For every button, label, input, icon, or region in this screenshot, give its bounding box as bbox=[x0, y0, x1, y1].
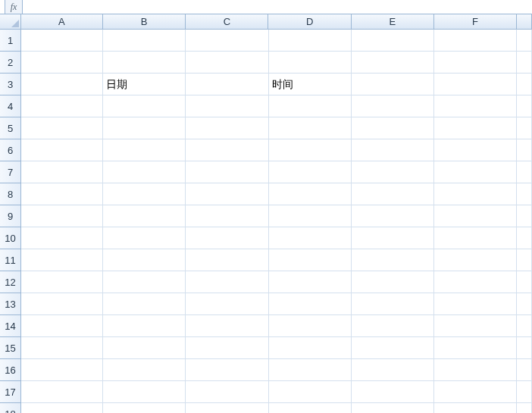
cell-E16[interactable] bbox=[352, 359, 434, 381]
cell-F18[interactable] bbox=[434, 403, 517, 413]
cell-F15[interactable] bbox=[434, 337, 517, 359]
cell-A16[interactable] bbox=[21, 359, 103, 381]
col-header-A[interactable]: A bbox=[21, 14, 103, 30]
col-header-B[interactable]: B bbox=[103, 14, 186, 30]
cell-E3[interactable] bbox=[352, 74, 434, 95]
cell-B8[interactable] bbox=[103, 183, 186, 205]
cell-F10[interactable] bbox=[434, 227, 517, 249]
cell-G8[interactable] bbox=[517, 183, 532, 205]
cell-D16[interactable] bbox=[269, 359, 352, 381]
cell-C16[interactable] bbox=[186, 359, 268, 381]
row-header-11[interactable]: 11 bbox=[0, 249, 21, 271]
row-header-2[interactable]: 2 bbox=[0, 52, 21, 74]
cell-B9[interactable] bbox=[103, 205, 186, 227]
cell-A15[interactable] bbox=[21, 337, 103, 359]
cell-G10[interactable] bbox=[517, 227, 532, 249]
row-header-10[interactable]: 10 bbox=[0, 227, 21, 249]
cell-C8[interactable] bbox=[186, 183, 268, 205]
cell-E12[interactable] bbox=[352, 271, 434, 293]
cell-G1[interactable] bbox=[517, 30, 532, 52]
cell-G15[interactable] bbox=[517, 337, 532, 359]
row-header-1[interactable]: 1 bbox=[0, 30, 21, 52]
cell-A3[interactable] bbox=[21, 74, 103, 95]
cell-A18[interactable] bbox=[21, 403, 103, 413]
cell-A2[interactable] bbox=[21, 52, 103, 74]
cell-E17[interactable] bbox=[352, 381, 434, 403]
cell-C4[interactable] bbox=[186, 95, 268, 117]
cell-G2[interactable] bbox=[517, 52, 532, 74]
row-header-6[interactable]: 6 bbox=[0, 139, 21, 161]
cell-B6[interactable] bbox=[103, 139, 186, 161]
formula-input[interactable] bbox=[23, 0, 532, 14]
cell-F2[interactable] bbox=[434, 52, 517, 74]
row-header-18[interactable]: 18 bbox=[0, 403, 21, 413]
col-header-C[interactable]: C bbox=[186, 14, 268, 30]
cell-A5[interactable] bbox=[21, 117, 103, 139]
cell-C3[interactable] bbox=[186, 74, 268, 95]
cell-E10[interactable] bbox=[352, 227, 434, 249]
row-header-7[interactable]: 7 bbox=[0, 161, 21, 183]
cell-B14[interactable] bbox=[103, 315, 186, 337]
cell-D4[interactable] bbox=[269, 95, 352, 117]
cell-F9[interactable] bbox=[434, 205, 517, 227]
cell-B12[interactable] bbox=[103, 271, 186, 293]
cell-C18[interactable] bbox=[186, 403, 268, 413]
cell-A12[interactable] bbox=[21, 271, 103, 293]
cell-F1[interactable] bbox=[434, 30, 517, 52]
cell-E2[interactable] bbox=[352, 52, 434, 74]
cell-E15[interactable] bbox=[352, 337, 434, 359]
cell-D3[interactable]: 时间 bbox=[269, 74, 352, 95]
cell-C17[interactable] bbox=[186, 381, 268, 403]
col-header-F[interactable]: F bbox=[434, 14, 517, 30]
cell-A8[interactable] bbox=[21, 183, 103, 205]
cell-B7[interactable] bbox=[103, 161, 186, 183]
col-header-D[interactable]: D bbox=[268, 14, 351, 30]
cell-A6[interactable] bbox=[21, 139, 103, 161]
cell-C13[interactable] bbox=[186, 293, 268, 315]
cell-F16[interactable] bbox=[434, 359, 517, 381]
cell-G13[interactable] bbox=[517, 293, 532, 315]
cell-D14[interactable] bbox=[269, 315, 352, 337]
cell-F8[interactable] bbox=[434, 183, 517, 205]
cell-G14[interactable] bbox=[517, 315, 532, 337]
cell-G12[interactable] bbox=[517, 271, 532, 293]
cell-B2[interactable] bbox=[103, 52, 186, 74]
cell-D10[interactable] bbox=[269, 227, 352, 249]
cell-D13[interactable] bbox=[269, 293, 352, 315]
cell-D6[interactable] bbox=[269, 139, 352, 161]
cell-G11[interactable] bbox=[517, 249, 532, 271]
cell-D11[interactable] bbox=[269, 249, 352, 271]
cell-A11[interactable] bbox=[21, 249, 103, 271]
cell-B4[interactable] bbox=[103, 95, 186, 117]
row-header-9[interactable]: 9 bbox=[0, 205, 21, 227]
cell-G9[interactable] bbox=[517, 205, 532, 227]
cell-B13[interactable] bbox=[103, 293, 186, 315]
cell-D18[interactable] bbox=[269, 403, 352, 413]
cell-F4[interactable] bbox=[434, 95, 517, 117]
cell-D1[interactable] bbox=[269, 30, 352, 52]
cell-C11[interactable] bbox=[186, 249, 268, 271]
cell-F5[interactable] bbox=[434, 117, 517, 139]
cell-F3[interactable] bbox=[434, 74, 517, 95]
cell-E14[interactable] bbox=[352, 315, 434, 337]
cell-E1[interactable] bbox=[352, 30, 434, 52]
cell-E18[interactable] bbox=[352, 403, 434, 413]
cell-C7[interactable] bbox=[186, 161, 268, 183]
row-header-15[interactable]: 15 bbox=[0, 337, 21, 359]
cell-D2[interactable] bbox=[269, 52, 352, 74]
cell-F13[interactable] bbox=[434, 293, 517, 315]
fx-icon[interactable]: fx bbox=[5, 0, 23, 14]
cell-B5[interactable] bbox=[103, 117, 186, 139]
col-header-extra[interactable] bbox=[517, 14, 532, 30]
cell-A10[interactable] bbox=[21, 227, 103, 249]
select-all-corner[interactable] bbox=[0, 14, 21, 30]
row-header-8[interactable]: 8 bbox=[0, 183, 21, 205]
cell-F17[interactable] bbox=[434, 381, 517, 403]
cell-A14[interactable] bbox=[21, 315, 103, 337]
row-header-12[interactable]: 12 bbox=[0, 271, 21, 293]
cell-F11[interactable] bbox=[434, 249, 517, 271]
cell-B16[interactable] bbox=[103, 359, 186, 381]
cell-B15[interactable] bbox=[103, 337, 186, 359]
cell-C14[interactable] bbox=[186, 315, 268, 337]
cell-A1[interactable] bbox=[21, 30, 103, 52]
